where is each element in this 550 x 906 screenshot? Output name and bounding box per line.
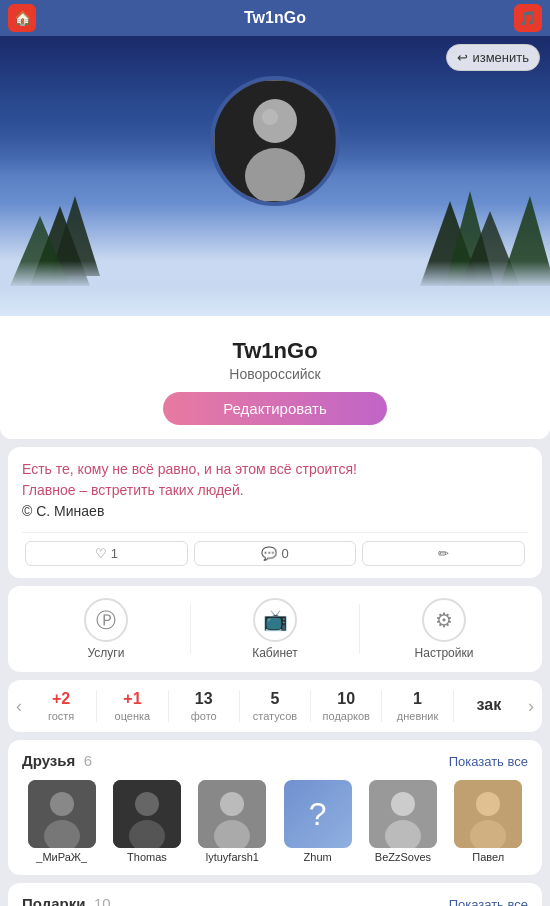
friends-grid: _МиРаЖ_ Thomas lytuyfarsh1 ? Zhum BeZzSo… xyxy=(22,780,528,863)
cabinet-icon: 📺 xyxy=(253,598,297,642)
quote-section: Есть те, кому не всё равно, и на этом вс… xyxy=(8,447,542,578)
music-icon[interactable]: 🎵 xyxy=(514,4,542,32)
home-icon[interactable]: 🏠 xyxy=(8,4,36,32)
list-item[interactable]: lytuyfarsh1 xyxy=(193,780,272,863)
stat-guests[interactable]: +2 гостя xyxy=(26,690,96,722)
like-count: 1 xyxy=(111,546,118,561)
stat-statuses[interactable]: 5 статусов xyxy=(240,690,310,722)
avatar xyxy=(198,780,266,848)
avatar xyxy=(113,780,181,848)
avatar[interactable] xyxy=(210,76,340,206)
svg-point-10 xyxy=(262,109,278,125)
cabinet-label: Кабинет xyxy=(252,646,298,660)
list-item[interactable]: ? Zhum xyxy=(278,780,357,863)
cover-photo: ↩ изменить xyxy=(0,36,550,316)
stat-statuses-num: 5 xyxy=(240,690,310,708)
gifts-header: Подарки 10 Показать все xyxy=(22,895,528,906)
avatar xyxy=(454,780,522,848)
cabinet-item[interactable]: 📺 Кабинет xyxy=(191,598,359,660)
gifts-section: Подарки 10 Показать все 🏆 к крутой перец… xyxy=(8,883,542,906)
friend-name: lytuyfarsh1 xyxy=(206,851,259,863)
stat-rating-label: оценка xyxy=(97,710,167,722)
profile-city: Новороссийск xyxy=(16,366,534,382)
friends-title: Друзья xyxy=(22,752,75,769)
svg-point-12 xyxy=(50,792,74,816)
gifts-count: 10 xyxy=(94,895,111,906)
settings-icon: ⚙ xyxy=(422,598,466,642)
profile-name: Tw1nGo xyxy=(16,338,534,364)
svg-point-21 xyxy=(391,792,415,816)
stat-zak-num: зак xyxy=(454,696,524,714)
settings-item[interactable]: ⚙ Настройки xyxy=(360,598,528,660)
services-item[interactable]: Ⓟ Услуги xyxy=(22,598,190,660)
stats-prev-arrow[interactable]: ‹ xyxy=(12,696,26,717)
avatar: ? xyxy=(284,780,352,848)
quote-line2: Главное – встретить таких людей. xyxy=(22,482,244,498)
like-button[interactable]: ♡ 1 xyxy=(25,541,188,566)
friend-name: BeZzSoves xyxy=(375,851,431,863)
app-title: Tw1nGo xyxy=(244,9,306,27)
stat-photos-num: 13 xyxy=(169,690,239,708)
gifts-title: Подарки xyxy=(22,895,86,906)
list-item[interactable]: BeZzSoves xyxy=(363,780,442,863)
friends-section: Друзья 6 Показать все _МиРаЖ_ Thomas lyt… xyxy=(8,740,542,875)
stat-photos-label: фото xyxy=(169,710,239,722)
quote-text: Есть те, кому не всё равно, и на этом вс… xyxy=(22,459,528,522)
camera-icon: ↩ xyxy=(457,50,468,65)
stat-guests-label: гостя xyxy=(26,710,96,722)
stats-row: ‹ +2 гостя +1 оценка 13 фото 5 статусов … xyxy=(8,680,542,732)
comment-icon: 💬 xyxy=(261,546,277,561)
friend-name: _МиРаЖ_ xyxy=(36,851,87,863)
friend-name: Thomas xyxy=(127,851,167,863)
quote-line3: © С. Минаев xyxy=(22,503,104,519)
services-row: Ⓟ Услуги 📺 Кабинет ⚙ Настройки xyxy=(22,598,528,660)
svg-point-15 xyxy=(135,792,159,816)
stat-rating[interactable]: +1 оценка xyxy=(97,690,167,722)
stat-zak[interactable]: зак xyxy=(454,696,524,716)
svg-point-24 xyxy=(476,792,500,816)
snow-ground xyxy=(0,261,550,316)
gifts-show-all[interactable]: Показать все xyxy=(449,897,528,907)
friend-name: Zhum xyxy=(304,851,332,863)
stat-photos[interactable]: 13 фото xyxy=(169,690,239,722)
comment-button[interactable]: 💬 0 xyxy=(194,541,357,566)
edit-icon: ✏ xyxy=(438,546,449,561)
list-item[interactable]: Павел xyxy=(449,780,528,863)
stat-gifts-num: 10 xyxy=(311,690,381,708)
change-photo-button[interactable]: ↩ изменить xyxy=(446,44,540,71)
list-item[interactable]: _МиРаЖ_ xyxy=(22,780,101,863)
svg-point-18 xyxy=(220,792,244,816)
settings-label: Настройки xyxy=(415,646,474,660)
services-label: Услуги xyxy=(88,646,125,660)
stats-next-arrow[interactable]: › xyxy=(524,696,538,717)
stat-statuses-label: статусов xyxy=(240,710,310,722)
stat-rating-num: +1 xyxy=(97,690,167,708)
services-section: Ⓟ Услуги 📺 Кабинет ⚙ Настройки xyxy=(8,586,542,672)
stat-diary[interactable]: 1 дневник xyxy=(382,690,452,722)
top-bar: 🏠 Tw1nGo 🎵 xyxy=(0,0,550,36)
friend-name: Павел xyxy=(472,851,504,863)
edit-button[interactable]: ✏ xyxy=(362,541,525,566)
stat-guests-num: +2 xyxy=(26,690,96,708)
stat-gifts[interactable]: 10 подарков xyxy=(311,690,381,722)
services-icon: Ⓟ xyxy=(84,598,128,642)
friends-header: Друзья 6 Показать все xyxy=(22,752,528,770)
friends-show-all[interactable]: Показать все xyxy=(449,754,528,769)
stat-diary-num: 1 xyxy=(382,690,452,708)
comment-count: 0 xyxy=(281,546,288,561)
stat-gifts-label: подарков xyxy=(311,710,381,722)
list-item[interactable]: Thomas xyxy=(107,780,186,863)
edit-profile-button[interactable]: Редактировать xyxy=(163,392,387,425)
quote-line1: Есть те, кому не всё равно, и на этом вс… xyxy=(22,461,357,477)
heart-icon: ♡ xyxy=(95,546,107,561)
stat-diary-label: дневник xyxy=(382,710,452,722)
change-label: изменить xyxy=(472,50,529,65)
profile-info: Tw1nGo Новороссийск Редактировать xyxy=(0,316,550,439)
avatar xyxy=(369,780,437,848)
friends-count: 6 xyxy=(84,752,92,769)
avatar xyxy=(28,780,96,848)
quote-actions: ♡ 1 💬 0 ✏ xyxy=(22,532,528,566)
